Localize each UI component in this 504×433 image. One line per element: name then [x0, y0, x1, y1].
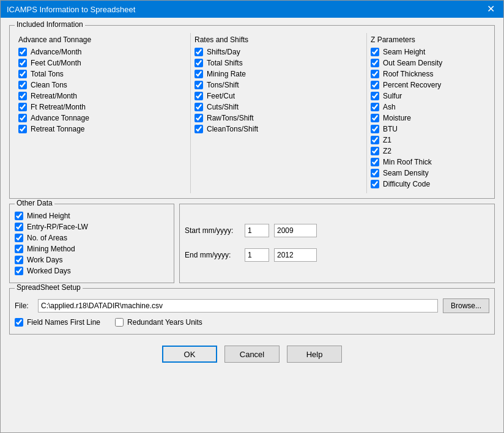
difficulty-code-checkbox[interactable]	[371, 180, 379, 188]
clean-tons-label: Clean Tons	[31, 81, 67, 89]
field-names-label: Field Names First Line	[27, 318, 100, 327]
list-item: Sulfur	[371, 92, 486, 100]
no-of-areas-checkbox[interactable]	[15, 234, 23, 242]
list-item: Out Seam Density	[371, 59, 486, 67]
bottom-sections: Other Data Mined Height Entry-RP/Face-LW…	[9, 204, 495, 283]
cancel-button[interactable]: Cancel	[224, 346, 280, 363]
ash-checkbox[interactable]	[371, 103, 379, 111]
mined-height-checkbox[interactable]	[15, 212, 23, 220]
seam-height-checkbox[interactable]	[371, 48, 379, 56]
advance-tonnage-checkbox[interactable]	[18, 114, 27, 122]
list-item: Ash	[371, 103, 486, 111]
mining-method-checkbox[interactable]	[15, 245, 23, 253]
mining-method-label: Mining Method	[27, 245, 75, 253]
dates-box: Start mm/yyyy: End mm/yyyy:	[179, 204, 495, 283]
start-date-label: Start mm/yyyy:	[185, 226, 240, 235]
start-year-input[interactable]	[274, 224, 317, 237]
seam-density-label: Seam Density	[383, 169, 429, 177]
included-info-title: Included Information	[15, 20, 85, 29]
list-item: BTU	[371, 125, 486, 133]
btu-checkbox[interactable]	[371, 125, 379, 133]
tons-shift-label: Tons/Shift	[207, 81, 239, 89]
retreat-month-label: Retreat/Month	[31, 92, 77, 100]
rawtons-shift-label: RawTons/Shift	[207, 114, 254, 122]
seam-height-label: Seam Height	[383, 48, 425, 56]
help-button[interactable]: Help	[287, 346, 342, 363]
retreat-tonnage-checkbox[interactable]	[18, 125, 27, 133]
button-row: OK Cancel Help	[9, 339, 495, 366]
other-data-title: Other Data	[15, 199, 54, 207]
list-item: Feet/Cut	[195, 92, 363, 100]
ft-retreat-month-label: Ft Retreat/Month	[31, 103, 86, 111]
main-dialog: ICAMPS Information to Spreadsheet ✕ Incl…	[0, 0, 504, 433]
list-item: Z1	[371, 136, 486, 144]
redundant-checkbox[interactable]	[115, 318, 124, 327]
tons-shift-checkbox[interactable]	[195, 81, 203, 89]
roof-thickness-checkbox[interactable]	[371, 70, 379, 78]
list-item: Mined Height	[15, 212, 169, 220]
feet-cut-month-checkbox[interactable]	[18, 59, 27, 67]
dialog-title: ICAMPS Information to Spreadsheet	[7, 5, 135, 14]
mining-rate-checkbox[interactable]	[195, 70, 203, 78]
list-item: Seam Height	[371, 48, 486, 56]
title-bar: ICAMPS Information to Spreadsheet ✕	[1, 1, 503, 18]
list-item: Moisture	[371, 114, 486, 122]
z2-checkbox[interactable]	[371, 147, 379, 155]
list-item: Total Shifts	[195, 59, 363, 67]
moisture-checkbox[interactable]	[371, 114, 379, 122]
cleantons-shift-checkbox[interactable]	[195, 125, 203, 133]
ft-retreat-month-checkbox[interactable]	[18, 103, 27, 111]
rawtons-shift-checkbox[interactable]	[195, 114, 203, 122]
list-item: Percent Recovery	[371, 81, 486, 89]
seam-density-checkbox[interactable]	[371, 169, 379, 177]
retreat-month-checkbox[interactable]	[18, 92, 27, 100]
list-item: No. of Areas	[15, 234, 169, 242]
advance-month-checkbox[interactable]	[18, 48, 27, 56]
ok-button[interactable]: OK	[162, 346, 217, 363]
list-item: Advance/Month	[18, 48, 187, 56]
browse-button[interactable]: Browse...	[443, 298, 489, 313]
feet-cut-checkbox[interactable]	[195, 92, 203, 100]
end-year-input[interactable]	[274, 248, 317, 262]
list-item: Difficulty Code	[371, 180, 486, 188]
entry-rp-face-lw-checkbox[interactable]	[15, 223, 23, 231]
work-days-checkbox[interactable]	[15, 256, 23, 264]
list-item: Seam Density	[371, 169, 486, 177]
list-item: Ft Retreat/Month	[18, 103, 187, 111]
file-input[interactable]	[38, 299, 438, 313]
btu-label: BTU	[383, 125, 398, 133]
total-shifts-checkbox[interactable]	[195, 59, 203, 67]
list-item: Worked Days	[15, 267, 169, 275]
percent-recovery-checkbox[interactable]	[371, 81, 379, 89]
sulfur-checkbox[interactable]	[371, 92, 379, 100]
sulfur-label: Sulfur	[383, 92, 402, 100]
ash-label: Ash	[383, 103, 396, 111]
min-roof-thick-checkbox[interactable]	[371, 158, 379, 166]
shifts-day-checkbox[interactable]	[195, 48, 203, 56]
cuts-shift-label: Cuts/Shift	[207, 103, 239, 111]
other-data-box: Other Data Mined Height Entry-RP/Face-LW…	[9, 204, 174, 283]
list-item: Z2	[371, 147, 486, 155]
cuts-shift-checkbox[interactable]	[195, 103, 203, 111]
list-item: Roof Thickness	[371, 70, 486, 78]
z1-label: Z1	[383, 136, 391, 144]
out-seam-density-label: Out Seam Density	[383, 59, 442, 67]
worked-days-checkbox[interactable]	[15, 267, 23, 275]
total-shifts-label: Total Shifts	[207, 59, 243, 67]
clean-tons-checkbox[interactable]	[18, 81, 27, 89]
out-seam-density-checkbox[interactable]	[371, 59, 379, 67]
end-month-input[interactable]	[245, 248, 269, 262]
moisture-label: Moisture	[383, 114, 411, 122]
dialog-body: Included Information Advance and Tonnage…	[1, 18, 503, 432]
list-item: Work Days	[15, 256, 169, 264]
total-tons-checkbox[interactable]	[18, 70, 27, 78]
list-item: RawTons/Shift	[195, 114, 363, 122]
z-params-title: Z Parameters	[371, 35, 486, 44]
list-item: Retreat/Month	[18, 92, 187, 100]
z1-checkbox[interactable]	[371, 136, 379, 144]
field-names-checkbox[interactable]	[15, 318, 23, 327]
start-month-input[interactable]	[245, 224, 269, 237]
close-button[interactable]: ✕	[484, 4, 497, 14]
spreadsheet-title: SpreadSheet Setup	[15, 283, 83, 292]
advance-month-label: Advance/Month	[31, 48, 81, 56]
